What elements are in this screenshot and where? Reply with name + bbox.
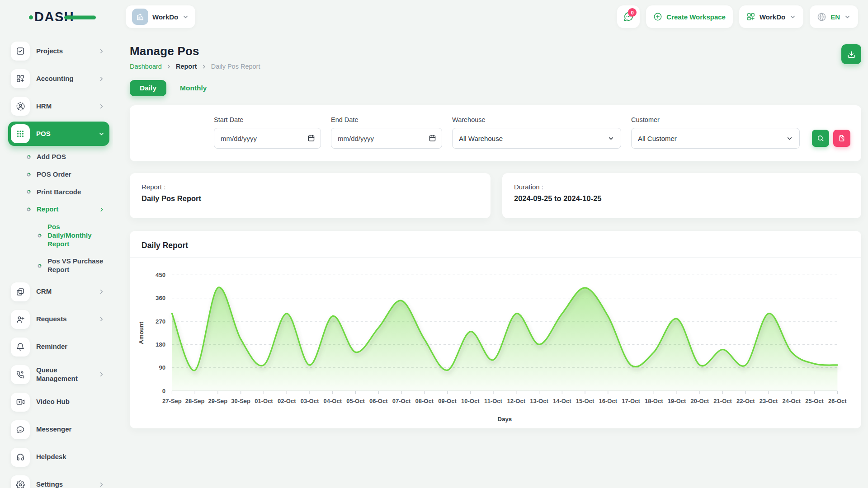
chevron-down-icon: [98, 131, 105, 137]
sidebar-item-reminder[interactable]: Reminder: [8, 335, 109, 359]
svg-text:11-Oct: 11-Oct: [484, 398, 502, 404]
sidebar-item-pos-daily-monthly-report[interactable]: Pos Daily/Monthly Report: [8, 219, 109, 252]
svg-text:19-Oct: 19-Oct: [668, 398, 686, 404]
svg-text:07-Oct: 07-Oct: [392, 398, 411, 404]
sidebar-item-video-hub[interactable]: Video Hub: [8, 390, 109, 414]
messages-button[interactable]: 0: [617, 5, 640, 28]
report-mode-tabs: Daily Monthly: [130, 80, 861, 96]
svg-text:0: 0: [162, 388, 165, 394]
sidebar-item-crm[interactable]: CRM: [8, 280, 109, 304]
sidebar-item-queue-management[interactable]: Queue Management: [8, 362, 109, 387]
warehouse-label: Warehouse: [452, 116, 621, 123]
sidebar-item-messenger[interactable]: Messenger: [8, 418, 109, 442]
chevron-right-icon: [201, 64, 207, 70]
svg-text:450: 450: [156, 272, 165, 278]
chevron-right-icon: [98, 316, 105, 323]
customer-field: Customer All Customer: [631, 116, 800, 149]
daily-report-area-chart: 09018027036045027-Sep28-Sep29-Sep30-Sep0…: [135, 264, 853, 426]
customer-label: Customer: [631, 116, 800, 123]
user-plus-icon: [11, 310, 30, 329]
phone-icon: [11, 365, 30, 384]
gear-icon: [11, 475, 30, 488]
svg-text:14-Oct: 14-Oct: [553, 398, 571, 404]
start-date-input[interactable]: [214, 128, 321, 149]
svg-text:27-Sep: 27-Sep: [162, 398, 182, 404]
messages-count-badge: 0: [628, 8, 637, 17]
filter-panel: Start Date End Date: [130, 105, 861, 161]
topbar-actions: 0 Create Workspace WorkDo: [617, 5, 858, 28]
chevron-right-icon: [99, 206, 105, 213]
sidebar-item-pos-order[interactable]: POS Order: [8, 167, 109, 183]
svg-text:04-Oct: 04-Oct: [323, 398, 342, 404]
end-date-input[interactable]: [331, 128, 442, 149]
sidebar-item-hrm[interactable]: HRM: [8, 94, 109, 118]
accounting-grid-icon: [11, 69, 30, 88]
sidebar: Projects Accounting: [0, 33, 113, 488]
svg-text:24-Oct: 24-Oct: [783, 398, 801, 404]
sidebar-item-report[interactable]: Report: [8, 202, 109, 217]
layers-icon: [11, 282, 30, 301]
dash-logo-icon: DASH: [29, 7, 98, 26]
svg-text:17-Oct: 17-Oct: [622, 398, 640, 404]
svg-text:30-Sep: 30-Sep: [231, 398, 250, 404]
svg-text:25-Oct: 25-Oct: [805, 398, 824, 404]
svg-text:Days: Days: [498, 416, 512, 422]
workspace-switcher-label: WorkDo: [152, 13, 178, 21]
user-dashed-icon: [11, 97, 30, 116]
svg-text:26-Oct: 26-Oct: [828, 398, 847, 404]
svg-text:20-Oct: 20-Oct: [691, 398, 709, 404]
breadcrumb-current: Daily Pos Report: [211, 63, 260, 70]
sidebar-item-pos-vs-purchase-report[interactable]: Pos VS Purchase Report: [8, 253, 109, 278]
report-summary-card: Report : Daily Pos Report: [130, 173, 491, 218]
breadcrumb-report[interactable]: Report: [176, 63, 197, 70]
svg-text:18-Oct: 18-Oct: [645, 398, 663, 404]
building-icon: [136, 12, 145, 21]
create-workspace-button[interactable]: Create Workspace: [646, 5, 733, 28]
summary-cards: Report : Daily Pos Report Duration : 202…: [130, 173, 861, 218]
sidebar-item-print-barcode[interactable]: Print Barcode: [8, 184, 109, 200]
chevron-right-icon: [166, 64, 172, 70]
breadcrumb-dashboard[interactable]: Dashboard: [130, 63, 162, 70]
tab-monthly[interactable]: Monthly: [178, 80, 208, 96]
svg-text:05-Oct: 05-Oct: [346, 398, 365, 404]
svg-text:06-Oct: 06-Oct: [369, 398, 388, 404]
workspace-switcher[interactable]: WorkDo: [126, 5, 195, 28]
sidebar-item-add-pos[interactable]: Add POS: [8, 149, 109, 165]
sidebar-item-helpdesk[interactable]: Helpdesk: [8, 445, 109, 469]
brand-logo[interactable]: DASH: [0, 7, 113, 26]
svg-text:12-Oct: 12-Oct: [507, 398, 526, 404]
report-label: Report :: [142, 183, 479, 191]
chat-bubble-icon: [11, 420, 30, 439]
workspace-avatar: [132, 9, 148, 25]
download-button[interactable]: [841, 44, 861, 64]
customer-selected-value: All Customer: [638, 135, 677, 142]
end-date-label: End Date: [331, 116, 442, 123]
chevron-down-icon: [182, 14, 189, 20]
sidebar-item-requests[interactable]: Requests: [8, 307, 109, 332]
sidebar-item-projects[interactable]: Projects: [8, 39, 109, 63]
clear-file-icon: [838, 135, 845, 142]
sidebar-item-settings[interactable]: Settings: [8, 473, 109, 488]
sidebar-item-pos[interactable]: POS: [8, 122, 109, 146]
globe-icon: [817, 12, 826, 22]
warehouse-selected-value: All Warehouse: [459, 135, 503, 142]
company-menu[interactable]: WorkDo: [739, 5, 803, 28]
svg-text:270: 270: [156, 318, 165, 325]
tab-daily[interactable]: Daily: [130, 80, 166, 96]
svg-text:01-Oct: 01-Oct: [255, 398, 273, 404]
tasks-icon: [11, 42, 30, 61]
svg-text:22-Oct: 22-Oct: [736, 398, 755, 404]
chevron-right-icon: [98, 481, 105, 488]
svg-text:29-Sep: 29-Sep: [208, 398, 228, 404]
warehouse-select[interactable]: All Warehouse: [452, 128, 621, 149]
svg-text:10-Oct: 10-Oct: [461, 398, 480, 404]
svg-text:08-Oct: 08-Oct: [415, 398, 434, 404]
bullet-icon: [37, 233, 42, 238]
svg-text:360: 360: [156, 295, 165, 301]
customer-select[interactable]: All Customer: [631, 128, 800, 149]
language-menu[interactable]: EN: [810, 5, 858, 28]
reset-filter-button[interactable]: [833, 130, 850, 147]
bullet-icon: [26, 155, 31, 160]
search-button[interactable]: [812, 130, 829, 147]
sidebar-item-accounting[interactable]: Accounting: [8, 66, 109, 91]
